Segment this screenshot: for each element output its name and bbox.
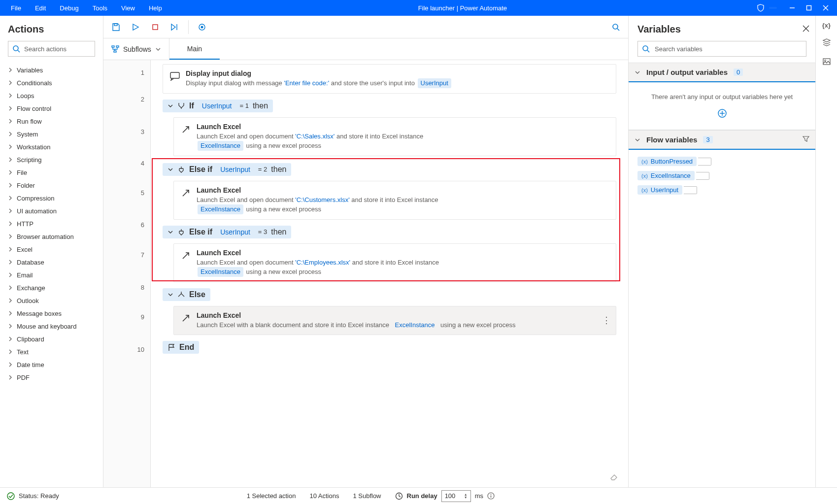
category-outlook[interactable]: Outlook — [6, 294, 103, 307]
chevron-right-icon — [8, 196, 13, 201]
category-file[interactable]: File — [6, 166, 103, 179]
chevron-down-icon — [167, 103, 173, 109]
menu-view[interactable]: View — [114, 1, 142, 15]
category-label: HTTP — [17, 220, 33, 228]
actions-heading: Actions — [0, 16, 103, 41]
category-email[interactable]: Email — [6, 269, 103, 281]
step-launch-excel-customers[interactable]: Launch Excel Launch Excel and open docum… — [173, 181, 616, 220]
chevron-right-icon — [8, 311, 13, 316]
variables-close-button[interactable] — [803, 25, 809, 34]
category-loops[interactable]: Loops — [6, 89, 103, 102]
category-flow-control[interactable]: Flow control — [6, 102, 103, 115]
svg-rect-15 — [112, 46, 114, 47]
search-flow-button[interactable] — [609, 21, 622, 34]
elseif-2-head[interactable]: Else if UserInput = 2 then — [163, 163, 291, 176]
actions-search-input[interactable]: Search actions — [8, 41, 95, 57]
category-message-boxes[interactable]: Message boxes — [6, 307, 103, 320]
category-date-time[interactable]: Date time — [6, 358, 103, 371]
svg-rect-6 — [114, 24, 117, 26]
category-scripting[interactable]: Scripting — [6, 153, 103, 166]
else-head[interactable]: Else — [163, 288, 210, 301]
step-button[interactable] — [168, 21, 181, 34]
category-browser-automation[interactable]: Browser automation — [6, 230, 103, 243]
category-http[interactable]: HTTP — [6, 217, 103, 230]
svg-point-27 — [824, 60, 826, 62]
category-label: Email — [17, 271, 33, 279]
step-launch-excel-sales[interactable]: Launch Excel Launch Excel and open docum… — [173, 117, 616, 156]
end-keyword: End — [179, 343, 194, 352]
category-ui-automation[interactable]: UI automation — [6, 204, 103, 217]
flow-body: 1 2 3 4 5 6 7 8 9 10 Display input dialo… — [103, 60, 628, 487]
step-display-input[interactable]: Display input dialog Display input dialo… — [163, 64, 616, 94]
step-more-button[interactable]: ⋮ — [602, 315, 611, 326]
chevron-down-icon — [635, 137, 640, 143]
add-variable-button[interactable] — [637, 108, 806, 121]
delay-spinner[interactable]: ▲▼ — [464, 493, 468, 499]
svg-rect-17 — [114, 51, 116, 52]
actions-categories[interactable]: VariablesConditionalsLoopsFlow controlRu… — [0, 62, 103, 487]
flow-var-buttonpressed[interactable]: (x)ButtonPressed — [637, 157, 697, 166]
run-delay-input[interactable]: 100 ▲▼ — [441, 490, 471, 502]
category-system[interactable]: System — [6, 128, 103, 140]
subflows-dropdown[interactable]: Subflows — [103, 38, 169, 60]
category-conditionals[interactable]: Conditionals — [6, 76, 103, 89]
chip-userinput: UserInput — [217, 228, 253, 236]
category-compression[interactable]: Compression — [6, 192, 103, 204]
category-excel[interactable]: Excel — [6, 243, 103, 256]
toolbar-divider — [188, 20, 189, 34]
io-empty-text: There aren't any input or output variabl… — [637, 93, 806, 101]
flow-variables-section[interactable]: Flow variables 3 — [629, 130, 815, 150]
info-icon[interactable] — [487, 492, 495, 500]
variables-search-input[interactable]: Search variables — [637, 41, 806, 57]
category-text[interactable]: Text — [6, 345, 103, 358]
maximize-button[interactable] — [802, 2, 816, 14]
svg-rect-18 — [170, 72, 179, 78]
category-run-flow[interactable]: Run flow — [6, 115, 103, 128]
category-clipboard[interactable]: Clipboard — [6, 333, 103, 345]
filter-icon[interactable] — [803, 135, 809, 144]
menu-edit[interactable]: Edit — [28, 1, 53, 15]
chevron-right-icon — [8, 260, 13, 265]
status-text: Status: Ready — [19, 492, 59, 500]
variables-strip-button[interactable]: {x} — [822, 22, 831, 29]
end-block[interactable]: End — [163, 341, 199, 354]
category-mouse-and-keyboard[interactable]: Mouse and keyboard — [6, 320, 103, 333]
minimize-button[interactable] — [785, 2, 800, 14]
io-variables-section[interactable]: Input / output variables 0 — [629, 63, 815, 82]
steps-canvas[interactable]: Display input dialog Display input dialo… — [151, 60, 628, 487]
menu-debug[interactable]: Debug — [53, 1, 85, 15]
elseif-3-head[interactable]: Else if UserInput = 3 then — [163, 226, 291, 238]
category-database[interactable]: Database — [6, 256, 103, 269]
step-launch-excel-blank[interactable]: Launch Excel Launch Excel with a blank d… — [173, 306, 616, 336]
close-button[interactable] — [818, 2, 833, 14]
flow-var-userinput[interactable]: (x)UserInput — [637, 185, 682, 195]
category-label: Variables — [17, 67, 43, 74]
record-button[interactable] — [196, 21, 208, 34]
menu-file[interactable]: File — [4, 1, 28, 15]
save-button[interactable] — [109, 21, 122, 34]
category-variables[interactable]: Variables — [6, 64, 103, 76]
svg-marker-7 — [133, 24, 138, 30]
category-workstation[interactable]: Workstation — [6, 140, 103, 153]
category-pdf[interactable]: PDF — [6, 371, 103, 384]
category-label: System — [17, 131, 38, 138]
category-label: Folder — [17, 182, 35, 189]
if-block-head[interactable]: If UserInput = 1 then — [163, 100, 273, 112]
layers-strip-button[interactable] — [822, 38, 831, 48]
menu-tools[interactable]: Tools — [86, 1, 114, 15]
launch-icon — [180, 250, 192, 262]
chevron-right-icon — [8, 375, 13, 380]
image-strip-button[interactable] — [822, 57, 831, 67]
svg-marker-9 — [171, 24, 175, 30]
erase-icon[interactable] — [609, 472, 618, 482]
run-button[interactable] — [129, 21, 142, 34]
run-delay-value: 100 — [445, 492, 456, 500]
svg-point-13 — [613, 24, 618, 29]
tab-main[interactable]: Main — [169, 38, 220, 60]
flow-var-excelinstance[interactable]: (x)ExcelInstance — [637, 171, 695, 180]
category-folder[interactable]: Folder — [6, 179, 103, 192]
step-launch-excel-employees[interactable]: Launch Excel Launch Excel and open docum… — [173, 243, 616, 282]
stop-button[interactable] — [149, 21, 162, 34]
menu-help[interactable]: Help — [142, 1, 169, 15]
category-exchange[interactable]: Exchange — [6, 281, 103, 294]
